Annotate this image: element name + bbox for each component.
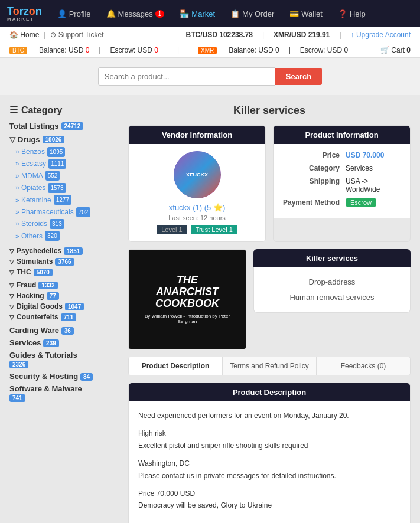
sidebar-item-ketamine[interactable]: » Ketamine 1277 bbox=[15, 194, 119, 206]
xmr-escrow-sep: | bbox=[289, 46, 291, 54]
sidebar-title: ☰ Category bbox=[9, 104, 119, 116]
vendor-avatar: XFUCKX bbox=[174, 151, 221, 198]
killer-services-header: Killer services bbox=[253, 249, 411, 267]
sidebar-item-hacking[interactable]: ▽ Hacking 77 bbox=[9, 292, 119, 300]
topbar-sep3: | bbox=[334, 31, 346, 39]
sidebar-item-guidestutorials[interactable]: Guides & Tutorials 2326 bbox=[9, 351, 119, 368]
payment-value: Escrow bbox=[346, 198, 403, 207]
sidebar-item-thc[interactable]: ▽ THC 5070 bbox=[9, 268, 119, 276]
description-panel: Product Description Need experienced per… bbox=[128, 383, 411, 523]
guidestutorials-badge: 2326 bbox=[9, 361, 28, 368]
escrow-badge: Escrow bbox=[346, 198, 376, 207]
nav-myorder[interactable]: 📋 My Order bbox=[224, 6, 280, 22]
sidebar-item-pharmaceuticals[interactable]: » Pharmaceuticals 702 bbox=[15, 206, 119, 218]
tab-terms-refund[interactable]: Terms and Refund Policy bbox=[223, 357, 317, 375]
wallet-icon: 💳 bbox=[289, 9, 299, 18]
sidebar-item-cardingware[interactable]: Carding Ware 36 bbox=[9, 326, 119, 335]
vendor-panel: Vendor Information XFUCKX xfuckx (1) (5 … bbox=[128, 125, 266, 242]
tab-feedbacks[interactable]: Feedbacks (0) bbox=[317, 357, 410, 375]
securityhosting-badge: 84 bbox=[80, 373, 93, 381]
sidebar-item-drugs[interactable]: ▽ Drugs 18026 » Benzos 1095 » Ecstasy 11… bbox=[9, 135, 119, 242]
search-button[interactable]: Search bbox=[275, 68, 322, 85]
sidebar-item-services[interactable]: Services 239 bbox=[9, 338, 119, 347]
messages-badge: 1 bbox=[155, 10, 165, 18]
support-ticket-link[interactable]: ⊙ Support Ticket bbox=[50, 31, 103, 39]
sidebar-item-fraud[interactable]: ▽ Fraud 1332 bbox=[9, 281, 119, 289]
home-link[interactable]: 🏠 Home bbox=[9, 31, 39, 39]
total-listings-label: Total Listings 24712 bbox=[9, 122, 119, 130]
sidebar-item-stimulants[interactable]: ▽ Stimulants 3766 bbox=[9, 257, 119, 266]
desc-line-3: Washington, DCPlease contact us in priva… bbox=[138, 457, 401, 482]
topbar: 🏠 Home | ⊙ Support Ticket BTC/USD 102238… bbox=[0, 27, 420, 43]
sidebar-item-opiates[interactable]: » Opiates 1573 bbox=[15, 182, 119, 194]
sidebar: ☰ Category Total Listings 24712 ▽ Drugs … bbox=[9, 104, 119, 523]
desc-line-1: Need experienced performers for an event… bbox=[138, 410, 401, 421]
vendor-badges: Level 1 Trust Level 1 bbox=[136, 225, 258, 234]
content-area: Killer services Vendor Information XFUCK… bbox=[128, 104, 411, 523]
total-listings-section: Total Listings 24712 bbox=[9, 122, 119, 130]
bell-icon: 🔔 bbox=[106, 9, 116, 18]
brand-logo: Torzon MARKET bbox=[7, 5, 42, 22]
category-row: Category Services bbox=[281, 164, 403, 172]
xmr-balance: Balance: USD 0 bbox=[229, 46, 279, 54]
sidebar-item-others[interactable]: » Others 320 bbox=[15, 230, 119, 242]
sidebar-item-steroids[interactable]: » Steroids 313 bbox=[15, 218, 119, 230]
profile-icon: 👤 bbox=[57, 9, 67, 18]
page-title: Killer services bbox=[128, 104, 411, 117]
digitalgoods-badge: 1047 bbox=[65, 303, 84, 310]
price-value: USD 70.000 bbox=[346, 151, 403, 159]
sidebar-group3: Carding Ware 36 Services 239 Guides & Tu… bbox=[9, 326, 119, 402]
description-body: Need experienced performers for an event… bbox=[129, 401, 410, 523]
killer-services-body: Drop-address Human removal services bbox=[253, 267, 411, 313]
search-input[interactable] bbox=[98, 67, 275, 86]
shipping-row: Shipping USA -> WorldWide bbox=[281, 177, 403, 194]
sidebar-group2: ▽ Fraud 1332 ▽ Hacking 77 ▽ Digital Good… bbox=[9, 281, 119, 321]
total-listings-badge: 24712 bbox=[61, 122, 84, 130]
tab-product-description[interactable]: Product Description bbox=[129, 357, 223, 375]
sidebar-item-softwaremalware[interactable]: Software & Malware 741 bbox=[9, 384, 119, 402]
payment-label: Payment Method bbox=[281, 198, 346, 207]
xmr-badge: XMR bbox=[198, 47, 217, 54]
book-title: THEANARCHISTCOOKBOOK bbox=[155, 274, 219, 309]
sidebar-item-counterfeits[interactable]: ▽ Counterfeits 711 bbox=[9, 313, 119, 321]
btc-escrow: Escrow: USD 0 bbox=[110, 46, 158, 54]
description-panel-header: Product Description bbox=[129, 383, 410, 401]
category-label: Category bbox=[281, 164, 346, 172]
upgrade-account-link[interactable]: ↑ Upgrade Account bbox=[351, 31, 411, 39]
nav-profile[interactable]: 👤 Profile bbox=[51, 6, 97, 22]
cardingware-badge: 36 bbox=[61, 327, 74, 335]
sidebar-item-ecstasy[interactable]: » Ecstasy 1111 bbox=[15, 158, 119, 169]
main-container: ☰ Category Total Listings 24712 ▽ Drugs … bbox=[0, 95, 420, 523]
category-icon: ☰ bbox=[9, 104, 18, 116]
vendor-name[interactable]: xfuckx (1) (5 ⭐) bbox=[136, 203, 258, 212]
thc-badge: 5070 bbox=[34, 269, 53, 276]
order-icon: 📋 bbox=[230, 9, 240, 18]
softwaremalware-badge: 741 bbox=[9, 394, 25, 402]
sidebar-item-digitalgoods[interactable]: ▽ Digital Goods 1047 bbox=[9, 302, 119, 310]
sidebar-item-benzos[interactable]: » Benzos 1095 bbox=[15, 146, 119, 158]
book-subtitle: By William Powell • Introduction by Pete… bbox=[135, 313, 240, 324]
nav-wallet[interactable]: 💳 Wallet bbox=[284, 6, 328, 22]
sidebar-item-psychedelics[interactable]: ▽ Psychedelics 1851 bbox=[9, 247, 119, 255]
stimulants-badge: 3766 bbox=[55, 258, 74, 266]
vendor-lastseen: Last seen: 12 hours bbox=[136, 214, 258, 221]
product-info-panel: Product Information Price USD 70.000 Cat… bbox=[273, 125, 411, 242]
book-cover: THEANARCHISTCOOKBOOK By William Powell •… bbox=[129, 250, 246, 349]
drugs-badge: 18026 bbox=[43, 136, 65, 143]
cart[interactable]: 🛒 Cart 0 bbox=[380, 46, 411, 54]
nav-help[interactable]: ❓ Help bbox=[332, 6, 372, 22]
nav-market[interactable]: 🏪 Market bbox=[174, 6, 221, 22]
psychedelics-badge: 1851 bbox=[64, 247, 83, 255]
desc-line-2: High riskExcellent pistol and sniper rif… bbox=[138, 427, 401, 452]
price-row: Price USD 70.000 bbox=[281, 151, 403, 159]
sidebar-item-mdma[interactable]: » MDMA 552 bbox=[15, 170, 119, 182]
product-image: THEANARCHISTCOOKBOOK By William Powell •… bbox=[128, 249, 246, 349]
nav-messages[interactable]: 🔔 Messages 1 bbox=[100, 6, 171, 22]
vendor-level-badge: Level 1 bbox=[157, 225, 187, 234]
killer-services-panel: Killer services Drop-address Human remov… bbox=[253, 249, 411, 349]
product-info-body: Price USD 70.000 Category Services Shipp… bbox=[274, 144, 410, 218]
vendor-panel-header: Vendor Information bbox=[129, 126, 265, 144]
info-panels: Vendor Information XFUCKX xfuckx (1) (5 … bbox=[128, 125, 411, 242]
sidebar-item-securityhosting[interactable]: Security & Hosting 84 bbox=[9, 372, 119, 381]
btc-price: BTC/USD 102238.78 bbox=[186, 31, 253, 39]
